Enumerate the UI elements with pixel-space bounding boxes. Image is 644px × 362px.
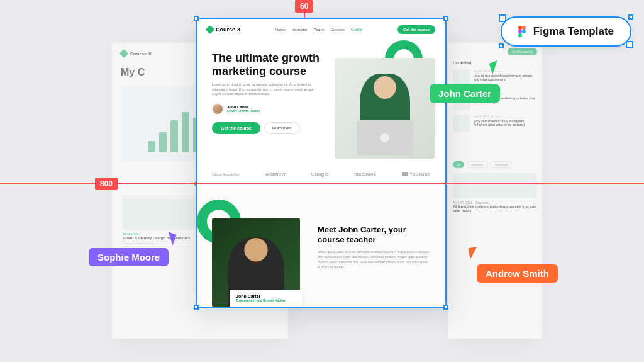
- selection-handle[interactable]: [194, 305, 199, 310]
- featured-post-title: 20 Best free online marketing courses yo…: [453, 205, 537, 212]
- featured-post-thumb: [453, 173, 537, 198]
- teacher-heading: Meet John Carter, your course teacher: [318, 225, 430, 244]
- cursor-label-john-carter: John Carter: [430, 84, 500, 103]
- hero-section: The ultimate growth marketing course Lor…: [197, 40, 445, 165]
- hero-title: The ultimate growth marketing course: [212, 52, 319, 77]
- chip-resources[interactable]: Resources: [467, 161, 487, 168]
- header-cta-button[interactable]: Get the course: [397, 25, 435, 34]
- nav: Home Instructor Pages Courses Cart(0): [275, 28, 363, 31]
- teacher-card-role: Entrepreneur and Growth Hacker: [236, 298, 296, 302]
- nav-cart[interactable]: Cart(0): [351, 28, 363, 31]
- post-title: Why you shouldn't buy Instagram follower…: [474, 119, 537, 127]
- card-title: Brand & Identity Design for Marketers: [123, 236, 196, 240]
- author-avatar: [212, 103, 223, 115]
- post-tag: Resources: [491, 115, 503, 118]
- nav-pages[interactable]: Pages: [314, 28, 325, 31]
- post-date: April 20, 2021: [474, 115, 489, 118]
- site-header: Course X Home Instructor Pages Courses C…: [197, 19, 445, 40]
- featured-post[interactable]: April 20, 2021 Resources 20 Best free on…: [453, 173, 537, 212]
- brand-text: Course X: [216, 26, 241, 33]
- ruler-badge-left: 800: [95, 178, 118, 190]
- figma-logo-icon: [518, 26, 527, 37]
- teacher-section: John Carter Entrepreneur and Growth Hack…: [197, 188, 445, 307]
- blog-post-row[interactable]: April 20, 2021 Resources Why you shouldn…: [453, 115, 537, 132]
- logo-google: Google: [311, 171, 329, 177]
- teacher-card-name: John Carter: [236, 294, 296, 298]
- teacher-card: John Carter Entrepreneur and Growth Hack…: [230, 290, 302, 307]
- logo-mark-icon: [206, 25, 214, 34]
- featured-on-row: Course featured on: webflow Google faceb…: [197, 165, 445, 188]
- selection-handle[interactable]: [443, 305, 448, 310]
- cursor-label-sophie-moore: Sophie Moore: [89, 248, 169, 266]
- bg-card-1[interactable]: $9.00 USD Brand & Identity Design for Ma…: [121, 196, 197, 247]
- card-desc: Lorem ipsum dolor sit amet...: [123, 242, 196, 245]
- filter-chips: All Resources Community: [453, 161, 537, 168]
- hero-author: John Carter Expert Growth Hacker: [212, 103, 319, 115]
- logo-facebook: facebook: [354, 171, 376, 177]
- teacher-body: Lorem ipsum dolor sit amet, consectetur …: [318, 249, 430, 269]
- bg-left-brand-text: Course X: [130, 51, 152, 57]
- post-thumb: [453, 115, 470, 132]
- selection-handle[interactable]: [194, 16, 199, 21]
- featured-label: Course featured on:: [212, 173, 240, 176]
- author-role: Expert Growth Hacker: [227, 109, 260, 113]
- hero-cta-primary-button[interactable]: Get the course: [212, 122, 260, 134]
- figma-template-badge[interactable]: Figma Template: [501, 16, 631, 47]
- selected-frame-main[interactable]: Course X Home Instructor Pages Courses C…: [196, 18, 447, 308]
- selection-handle[interactable]: [443, 16, 448, 21]
- hero-body: Lorem ipsum dolor sit amet, consectetur …: [212, 82, 319, 97]
- ruler-badge-top: 60: [295, 0, 313, 13]
- logo-webflow: webflow: [265, 171, 286, 177]
- chip-community[interactable]: Community: [491, 161, 512, 168]
- logo-youtube: YouTube: [402, 171, 430, 177]
- cursor-pointer-orange: [469, 247, 479, 259]
- logo-mark-icon: [119, 49, 128, 58]
- bg-right-cta[interactable]: Get the course: [508, 48, 537, 55]
- hero-photo: [335, 58, 435, 159]
- post-date: April 20, 2021: [474, 69, 489, 72]
- post-title: How to use growth marketing to attract a…: [474, 74, 537, 81]
- nav-instructor[interactable]: Instructor: [292, 28, 308, 31]
- hero-cta-secondary-button[interactable]: Learn more: [264, 122, 300, 134]
- laptop-icon: [357, 120, 413, 155]
- card-thumb: [123, 198, 196, 230]
- chip-all[interactable]: All: [453, 161, 464, 168]
- cursor-label-andrew-smith: Andrew Smith: [477, 264, 558, 283]
- nav-home[interactable]: Home: [275, 28, 286, 31]
- figma-badge-label: Figma Template: [533, 25, 614, 38]
- brand[interactable]: Course X: [207, 26, 241, 33]
- hero-image: [328, 52, 435, 159]
- nav-courses[interactable]: Courses: [331, 28, 345, 31]
